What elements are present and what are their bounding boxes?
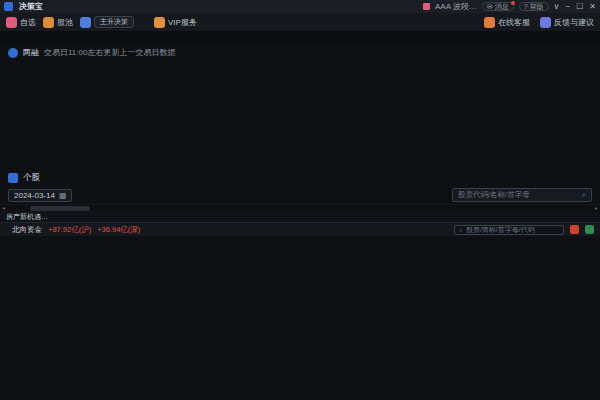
quick-tool-red-icon[interactable]	[570, 225, 579, 234]
help-icon: ?	[524, 3, 528, 10]
service-icon	[484, 17, 495, 28]
account-avatar	[423, 3, 430, 10]
margin-badge-label: 两融	[23, 47, 39, 58]
account-name[interactable]: AAA 波段…	[435, 1, 477, 12]
northbound-hu: +87.92亿(沪)	[48, 225, 91, 235]
stock-search-input[interactable]: 股票代码/名称/首字母 ⌕	[452, 188, 592, 202]
messages-button[interactable]: ✉ 消息	[482, 2, 514, 11]
collapse-button[interactable]: ∨	[554, 2, 560, 11]
tab-bar	[0, 32, 600, 45]
scroll-right-icon[interactable]: ▸	[595, 204, 598, 211]
statusbar-search-icon: ⌕	[459, 226, 463, 234]
scroll-left-icon[interactable]: ◂	[2, 204, 5, 211]
minimize-button[interactable]: −	[565, 2, 570, 11]
main-rise-icon	[80, 17, 91, 28]
date-value: 2024-03-14	[14, 191, 55, 200]
news-ticker: 房产新机遇…	[0, 211, 600, 222]
search-icon: ⌕	[582, 190, 586, 200]
vip-button[interactable]: VIP服务	[154, 17, 197, 28]
statusbar-search-placeholder: 股票/简称/首字母/代码	[466, 225, 535, 235]
main-rise-group: 主升决策	[80, 16, 134, 28]
message-badge	[511, 1, 515, 5]
feedback-icon	[540, 17, 551, 28]
stocks-section-header: 个股	[0, 170, 600, 186]
scrollbar-thumb[interactable]	[30, 206, 90, 211]
northbound-shen: +36.94亿(深)	[97, 225, 140, 235]
charts-row	[0, 72, 600, 166]
online-service-button[interactable]: 在线客服	[484, 17, 530, 28]
help-button[interactable]: ? 帮助	[519, 2, 549, 11]
search-placeholder: 股票代码/名称/首字母	[458, 190, 530, 200]
stock-pool-button[interactable]: 股池	[43, 17, 73, 28]
info-row: 两融 交易日11:00左右更新上一交易日数据	[0, 45, 600, 60]
maximize-button[interactable]: ☐	[576, 2, 583, 11]
margin-badge-icon	[8, 48, 18, 58]
status-bar: 北向资金 +87.92亿(沪) +36.94亿(深) ⌕ 股票/简称/首字母/代…	[0, 222, 600, 236]
toolbar: 自选 股池 主升决策 VIP服务 在线客服 反馈与建议	[0, 13, 600, 32]
close-button[interactable]: ✕	[589, 2, 596, 11]
stocks-section-title: 个股	[23, 172, 40, 184]
ticker-label[interactable]: 房产新机遇…	[6, 212, 48, 222]
update-note: 交易日11:00左右更新上一交易日数据	[44, 47, 175, 58]
vip-icon	[154, 17, 165, 28]
calendar-icon: ▦	[59, 191, 67, 200]
app-title: 决策宝	[19, 1, 43, 12]
stock-pool-icon	[43, 17, 54, 28]
app-logo-icon	[4, 2, 13, 11]
title-bar: 决策宝 AAA 波段… ✉ 消息 ? 帮助 ∨ − ☐ ✕	[0, 0, 600, 13]
message-icon: ✉	[487, 3, 493, 11]
feedback-button[interactable]: 反馈与建议	[540, 17, 594, 28]
favorites-button[interactable]: 自选	[6, 17, 36, 28]
main-rise-button[interactable]: 主升决策	[94, 16, 134, 28]
quick-tool-green-icon[interactable]	[585, 225, 594, 234]
stocks-controls: 2024-03-14 ▦ 股票代码/名称/首字母 ⌕	[0, 186, 600, 204]
horizontal-scrollbar[interactable]: ◂ ▸	[0, 204, 600, 211]
northbound-label: 北向资金	[12, 225, 42, 235]
stocks-section-icon	[8, 173, 18, 183]
chart-legend	[0, 60, 600, 72]
statusbar-search-input[interactable]: ⌕ 股票/简称/首字母/代码	[454, 225, 564, 235]
date-picker[interactable]: 2024-03-14 ▦	[8, 189, 72, 202]
favorites-icon	[6, 17, 17, 28]
